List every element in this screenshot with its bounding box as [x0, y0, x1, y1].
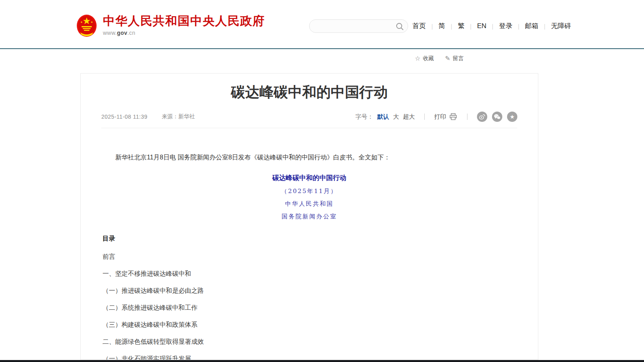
article-container: 碳达峰碳中和的中国行动 2025-11-08 11:39 来源：新华社 字号： … — [80, 73, 538, 360]
national-emblem-icon — [76, 14, 97, 37]
search-icon[interactable] — [395, 22, 404, 31]
document-issuer-line: 中华人民共和国 — [103, 200, 516, 208]
site-url: www.gov.cn — [103, 30, 265, 36]
article-meta-row: 2025-11-08 11:39 来源：新华社 字号： 默认 大 超大 打印 — [101, 112, 517, 128]
toc-item: 二、能源绿色低碳转型取得显著成效 — [103, 339, 516, 345]
comment-label: 留言 — [453, 55, 464, 62]
favorite-button[interactable]: ☆ 收藏 — [415, 55, 434, 62]
footer-bar — [0, 360, 644, 362]
font-size-xlarge[interactable]: 超大 — [403, 113, 415, 121]
nav-mail[interactable]: 邮箱 — [513, 21, 539, 30]
toc-item: 前言 — [103, 254, 516, 260]
nav-english[interactable]: EN — [464, 22, 486, 30]
toc-item: 一、坚定不移推进碳达峰碳中和 — [103, 271, 516, 277]
print-label: 打印 — [434, 113, 446, 121]
font-size-default[interactable]: 默认 — [377, 113, 389, 121]
site-title: 中华人民共和国中央人民政府 — [103, 14, 265, 28]
favorite-label: 收藏 — [423, 55, 434, 62]
document-date-line: （2025年11月） — [103, 188, 516, 195]
font-size-label: 字号： — [355, 113, 373, 121]
toc-item: （一）推进碳达峰碳中和是必由之路 — [103, 288, 516, 294]
toc-item: （三）构建碳达峰碳中和政策体系 — [103, 322, 516, 328]
nav-accessibility[interactable]: 无障碍 — [538, 21, 571, 30]
search-input[interactable] — [316, 20, 393, 32]
printer-icon — [449, 113, 458, 121]
lead-paragraph: 新华社北京11月8日电 国务院新闻办公室8日发布《碳达峰碳中和的中国行动》白皮书… — [103, 152, 516, 163]
tools-row: ☆ 收藏 ✎ 留言 — [0, 49, 644, 73]
toc-heading: 目录 — [103, 235, 516, 243]
toc-item: （二）系统推进碳达峰碳中和工作 — [103, 305, 516, 311]
site-brand[interactable]: 中华人民共和国中央人民政府 www.gov.cn — [76, 14, 265, 37]
search-box[interactable] — [309, 19, 408, 33]
nav-traditional[interactable]: 繁 — [445, 21, 465, 30]
site-header: 中华人民共和国中央人民政府 www.gov.cn 首页 简 繁 EN 登录 邮箱… — [0, 0, 644, 48]
article-title: 碳达峰碳中和的中国行动 — [103, 83, 516, 101]
top-nav: 首页 简 繁 EN 登录 邮箱 无障碍 — [412, 21, 571, 30]
nav-login[interactable]: 登录 — [486, 21, 513, 30]
wechat-icon[interactable] — [492, 112, 502, 122]
document-issuer-line: 国务院新闻办公室 — [103, 213, 516, 220]
divider — [467, 114, 467, 120]
toc-item: （一）非化石能源实现跃升发展 — [103, 356, 516, 360]
nav-home[interactable]: 首页 — [412, 21, 426, 30]
nav-simplified[interactable]: 简 — [426, 21, 445, 30]
document-title: 碳达峰碳中和的中国行动 — [103, 173, 516, 182]
share-icons: ★ — [477, 112, 517, 122]
favorite-star-icon[interactable]: ★ — [507, 112, 517, 122]
publish-date: 2025-11-08 11:39 — [101, 114, 147, 120]
comment-button[interactable]: ✎ 留言 — [445, 55, 464, 62]
article-body: 新华社北京11月8日电 国务院新闻办公室8日发布《碳达峰碳中和的中国行动》白皮书… — [81, 152, 538, 360]
divider — [424, 114, 425, 120]
print-button[interactable]: 打印 — [434, 113, 458, 121]
pencil-icon: ✎ — [445, 55, 450, 62]
star-outline-icon: ☆ — [415, 55, 420, 62]
font-size-large[interactable]: 大 — [393, 113, 399, 121]
weibo-icon[interactable] — [477, 112, 487, 122]
source: 来源：新华社 — [161, 113, 195, 120]
